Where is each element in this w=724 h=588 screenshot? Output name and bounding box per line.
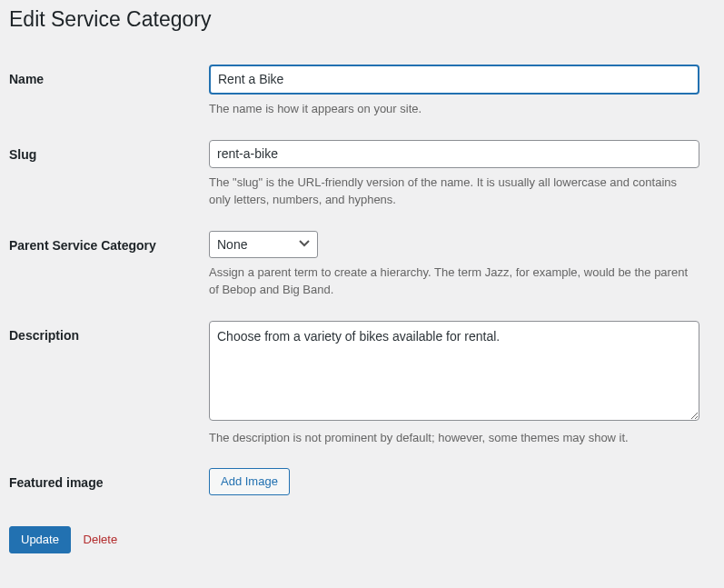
submit-row: Update Delete	[9, 526, 715, 553]
parent-help: Assign a parent term to create a hierarc…	[209, 264, 699, 299]
description-label: Description	[9, 310, 209, 458]
name-help: The name is how it appears on your site.	[209, 100, 699, 118]
featured-image-label: Featured image	[9, 457, 209, 508]
description-help: The description is not prominent by defa…	[209, 429, 699, 447]
name-input[interactable]	[209, 65, 699, 95]
parent-label: Parent Service Category	[9, 220, 209, 310]
description-textarea[interactable]	[209, 321, 699, 421]
page-title: Edit Service Category	[9, 7, 715, 32]
edit-form: Name The name is how it appears on your …	[9, 54, 715, 508]
update-button[interactable]: Update	[9, 526, 71, 553]
parent-select[interactable]: None	[209, 231, 318, 258]
name-label: Name	[9, 54, 209, 129]
add-image-button[interactable]: Add Image	[209, 468, 290, 495]
delete-link[interactable]: Delete	[84, 533, 118, 546]
slug-input[interactable]	[209, 140, 699, 168]
slug-help: The "slug" is the URL-friendly version o…	[209, 174, 699, 209]
slug-label: Slug	[9, 129, 209, 220]
